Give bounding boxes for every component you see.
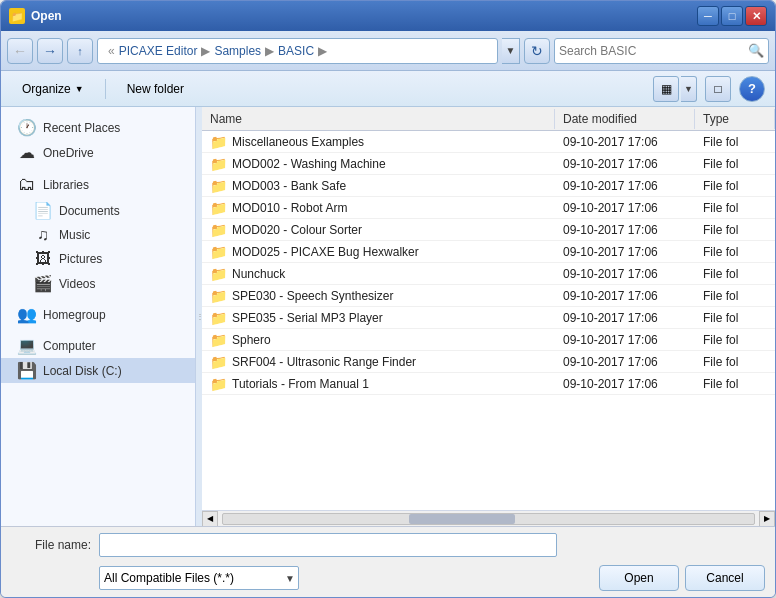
view-button[interactable]: ▦	[653, 76, 679, 102]
file-cell-date: 09-10-2017 17:06	[555, 353, 695, 371]
view-dropdown[interactable]: ▼	[681, 76, 697, 102]
search-input[interactable]	[559, 44, 744, 58]
table-row[interactable]: 📁 SPE030 - Speech Synthesizer 09-10-2017…	[202, 285, 775, 307]
file-cell-date: 09-10-2017 17:06	[555, 287, 695, 305]
folder-icon: 📁	[210, 288, 228, 304]
nav-computer[interactable]: 💻 Computer	[1, 333, 195, 358]
breadcrumb-dropdown[interactable]: ▼	[502, 38, 520, 64]
table-row[interactable]: 📁 MOD020 - Colour Sorter 09-10-2017 17:0…	[202, 219, 775, 241]
table-row[interactable]: 📁 SPE035 - Serial MP3 Player 09-10-2017 …	[202, 307, 775, 329]
onedrive-icon: ☁	[17, 143, 37, 162]
up-folder-button[interactable]: ↑	[67, 38, 93, 64]
file-cell-name: 📁 SPE030 - Speech Synthesizer	[202, 286, 555, 306]
breadcrumb-prefix: «	[108, 44, 115, 58]
filetype-select-wrapper: All Compatible Files (*.*) ▼	[99, 566, 299, 590]
preview-button[interactable]: □	[705, 76, 731, 102]
left-panel: 🕐 Recent Places ☁ OneDrive 🗂 Libraries 📄…	[1, 107, 196, 526]
hscroll-thumb[interactable]	[409, 514, 515, 524]
minimize-button[interactable]: ─	[697, 6, 719, 26]
file-cell-name: 📁 SRF004 - Ultrasonic Range Finder	[202, 352, 555, 372]
table-row[interactable]: 📁 MOD002 - Washing Machine 09-10-2017 17…	[202, 153, 775, 175]
file-cell-name: 📁 MOD020 - Colour Sorter	[202, 220, 555, 240]
breadcrumb-samples[interactable]: Samples	[214, 44, 261, 58]
toolbar-separator	[105, 79, 106, 99]
folder-icon: 📁	[210, 354, 228, 370]
filename-input[interactable]	[99, 533, 557, 557]
file-cell-name: 📁 SPE035 - Serial MP3 Player	[202, 308, 555, 328]
file-cell-date: 09-10-2017 17:06	[555, 199, 695, 217]
table-row[interactable]: 📁 MOD025 - PICAXE Bug Hexwalker 09-10-20…	[202, 241, 775, 263]
col-header-type[interactable]: Type	[695, 109, 775, 129]
file-cell-date: 09-10-2017 17:06	[555, 265, 695, 283]
file-cell-name: 📁 MOD025 - PICAXE Bug Hexwalker	[202, 242, 555, 262]
cancel-button[interactable]: Cancel	[685, 565, 765, 591]
file-cell-type: File fol	[695, 199, 775, 217]
table-row[interactable]: 📁 Tutorials - From Manual 1 09-10-2017 1…	[202, 373, 775, 395]
file-cell-name: 📁 Miscellaneous Examples	[202, 132, 555, 152]
close-button[interactable]: ✕	[745, 6, 767, 26]
file-cell-type: File fol	[695, 331, 775, 349]
file-cell-type: File fol	[695, 353, 775, 371]
table-row[interactable]: 📁 Sphero 09-10-2017 17:06 File fol	[202, 329, 775, 351]
folder-icon: 📁	[210, 310, 228, 326]
file-cell-type: File fol	[695, 287, 775, 305]
table-row[interactable]: 📁 MOD003 - Bank Safe 09-10-2017 17:06 Fi…	[202, 175, 775, 197]
refresh-button[interactable]: ↻	[524, 38, 550, 64]
file-cell-date: 09-10-2017 17:06	[555, 221, 695, 239]
local-disk-icon: 💾	[17, 361, 37, 380]
right-panel: Name Date modified Type 📁 Miscellaneous …	[202, 107, 775, 526]
nav-documents[interactable]: 📄 Documents	[1, 198, 195, 223]
nav-music[interactable]: ♫ Music	[1, 223, 195, 247]
nav-pictures[interactable]: 🖼 Pictures	[1, 247, 195, 271]
hscroll-right-button[interactable]: ▶	[759, 511, 775, 527]
nav-homegroup[interactable]: 👥 Homegroup	[1, 302, 195, 327]
search-icon[interactable]: 🔍	[748, 43, 764, 58]
breadcrumb-picaxe-editor[interactable]: PICAXE Editor	[119, 44, 198, 58]
view-controls: ▦ ▼ □ ?	[653, 76, 765, 102]
breadcrumb-bar[interactable]: « PICAXE Editor ▶ Samples ▶ BASIC ▶	[97, 38, 498, 64]
organize-button[interactable]: Organize ▼	[11, 76, 95, 102]
horizontal-scrollbar[interactable]: ◀ ▶	[202, 510, 775, 526]
hscroll-left-button[interactable]: ◀	[202, 511, 218, 527]
file-cell-name: 📁 MOD010 - Robot Arm	[202, 198, 555, 218]
forward-button[interactable]: →	[37, 38, 63, 64]
help-button[interactable]: ?	[739, 76, 765, 102]
file-cell-name: 📁 Sphero	[202, 330, 555, 350]
file-cell-name: 📁 MOD003 - Bank Safe	[202, 176, 555, 196]
open-button[interactable]: Open	[599, 565, 679, 591]
table-row[interactable]: 📁 MOD010 - Robot Arm 09-10-2017 17:06 Fi…	[202, 197, 775, 219]
filetype-row: All Compatible Files (*.*) ▼ Open Cancel	[11, 565, 765, 591]
maximize-button[interactable]: □	[721, 6, 743, 26]
hscroll-track[interactable]	[222, 513, 755, 525]
file-cell-type: File fol	[695, 155, 775, 173]
search-box: 🔍	[554, 38, 769, 64]
filetype-select[interactable]: All Compatible Files (*.*)	[99, 566, 299, 590]
table-row[interactable]: 📁 Miscellaneous Examples 09-10-2017 17:0…	[202, 131, 775, 153]
file-cell-name: 📁 Nunchuck	[202, 264, 555, 284]
col-header-name[interactable]: Name	[202, 109, 555, 129]
file-cell-date: 09-10-2017 17:06	[555, 309, 695, 327]
breadcrumb-basic[interactable]: BASIC	[278, 44, 314, 58]
table-row[interactable]: 📁 SRF004 - Ultrasonic Range Finder 09-10…	[202, 351, 775, 373]
file-list: 📁 Miscellaneous Examples 09-10-2017 17:0…	[202, 131, 775, 510]
file-cell-type: File fol	[695, 243, 775, 261]
libraries-section-item[interactable]: 🗂 Libraries	[1, 171, 195, 198]
table-row[interactable]: 📁 Nunchuck 09-10-2017 17:06 File fol	[202, 263, 775, 285]
col-header-date[interactable]: Date modified	[555, 109, 695, 129]
nav-local-disk[interactable]: 💾 Local Disk (C:)	[1, 358, 195, 383]
file-cell-name: 📁 Tutorials - From Manual 1	[202, 374, 555, 394]
libraries-icon: 🗂	[17, 174, 37, 195]
nav-videos[interactable]: 🎬 Videos	[1, 271, 195, 296]
nav-recent-places[interactable]: 🕐 Recent Places	[1, 115, 195, 140]
new-folder-button[interactable]: New folder	[116, 76, 195, 102]
back-button[interactable]: ←	[7, 38, 33, 64]
pictures-icon: 🖼	[33, 250, 53, 268]
window-title: Open	[31, 9, 697, 23]
nav-onedrive[interactable]: ☁ OneDrive	[1, 140, 195, 165]
folder-icon: 📁	[210, 244, 228, 260]
main-area: 🕐 Recent Places ☁ OneDrive 🗂 Libraries 📄…	[1, 107, 775, 526]
folder-icon: 📁	[210, 178, 228, 194]
file-cell-type: File fol	[695, 309, 775, 327]
file-cell-name: 📁 MOD002 - Washing Machine	[202, 154, 555, 174]
breadcrumb-sep-3: ▶	[318, 44, 327, 58]
